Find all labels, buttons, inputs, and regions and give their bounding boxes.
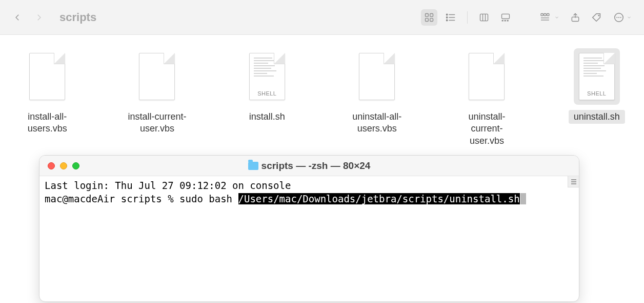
view-icons-button[interactable]: [421, 9, 437, 26]
svg-rect-2: [426, 18, 429, 21]
file-name-label: uninstall.sh: [569, 110, 625, 124]
terminal-last-login: Last login: Thu Jul 27 09:12:02 on conso…: [45, 180, 291, 191]
window-zoom-button[interactable]: [72, 162, 79, 169]
folder-title: scripts: [59, 11, 96, 24]
file-item[interactable]: install-current- user.vbs: [120, 48, 194, 148]
file-icon: [354, 48, 400, 105]
terminal-body[interactable]: Last login: Thu Jul 27 09:12:02 on conso…: [39, 176, 579, 301]
svg-rect-16: [507, 20, 509, 22]
svg-rect-18: [544, 13, 546, 15]
finder-toolbar: scripts: [0, 0, 644, 35]
terminal-cursor: [520, 193, 526, 204]
window-minimize-button[interactable]: [60, 162, 67, 169]
file-icon: [24, 48, 70, 105]
terminal-command-plain: sudo bash: [179, 193, 238, 204]
file-name-label: install-current- user.vbs: [123, 110, 191, 136]
file-item[interactable]: install-all- users.vbs: [10, 48, 84, 148]
file-grid: install-all- users.vbsinstall-current- u…: [0, 35, 644, 148]
view-columns-button[interactable]: [476, 9, 492, 26]
svg-point-8: [446, 20, 447, 21]
svg-rect-3: [430, 18, 433, 21]
svg-point-27: [620, 16, 621, 17]
svg-rect-15: [505, 20, 506, 22]
terminal-command-path: /Users/mac/Downloads/jetbra/scripts/unin…: [238, 193, 520, 204]
share-button[interactable]: [567, 9, 583, 26]
window-close-button[interactable]: [48, 162, 55, 169]
svg-point-25: [616, 16, 617, 17]
view-list-button[interactable]: [442, 9, 459, 26]
file-item[interactable]: uninstall-all- users.vbs: [340, 48, 414, 148]
svg-point-26: [618, 16, 619, 17]
group-by-button[interactable]: [537, 9, 562, 26]
file-name-label: uninstall-all- users.vbs: [347, 110, 407, 136]
view-gallery-button[interactable]: [497, 9, 514, 26]
file-icon: [574, 48, 620, 105]
file-name-label: install-all- users.vbs: [23, 110, 72, 136]
file-item[interactable]: install.sh: [230, 48, 304, 148]
svg-rect-10: [480, 14, 488, 21]
nav-forward-button[interactable]: [31, 9, 47, 26]
file-item[interactable]: uninstall.sh: [560, 48, 634, 148]
svg-point-23: [598, 15, 599, 16]
file-icon: [244, 48, 290, 105]
more-actions-button[interactable]: [610, 9, 635, 26]
tags-button[interactable]: [589, 9, 605, 26]
terminal-window: scripts — -zsh — 80×24 Last login: Thu J…: [39, 155, 579, 302]
file-name-label: uninstall-current- user.vbs: [450, 110, 524, 148]
svg-rect-17: [541, 13, 543, 15]
svg-rect-1: [430, 13, 433, 16]
terminal-prompt: mac@macdeAir scripts %: [45, 193, 179, 204]
file-icon: [464, 48, 510, 105]
svg-rect-19: [547, 13, 549, 15]
folder-icon: [248, 162, 258, 170]
file-icon: [134, 48, 180, 105]
svg-point-6: [446, 16, 447, 17]
nav-back-button[interactable]: [9, 9, 26, 26]
svg-point-4: [446, 14, 447, 15]
file-item[interactable]: uninstall-current- user.vbs: [450, 48, 524, 148]
svg-rect-0: [426, 13, 429, 16]
terminal-title: scripts — -zsh — 80×24: [261, 160, 371, 172]
svg-rect-13: [502, 14, 510, 18]
terminal-titlebar[interactable]: scripts — -zsh — 80×24: [39, 156, 579, 176]
svg-rect-14: [502, 20, 504, 22]
file-name-label: install.sh: [244, 110, 290, 124]
